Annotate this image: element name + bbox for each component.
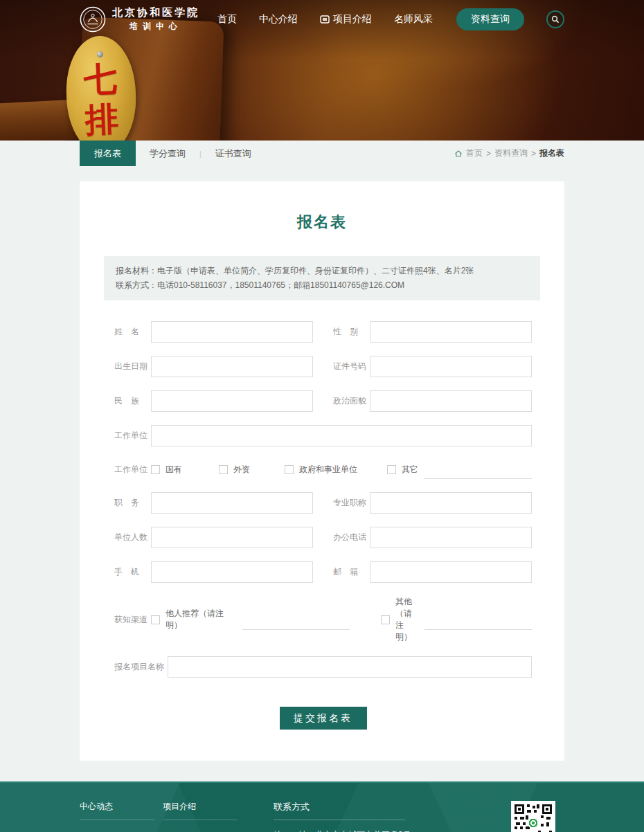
crumb-materials[interactable]: 资料查询 (494, 147, 528, 159)
tab-credit-query[interactable]: 学分查询 (136, 141, 199, 166)
nav-item-teachers[interactable]: 名师风采 (394, 13, 433, 26)
nav-menu: 首页 中心介绍 项目介绍 名师风采 资料查询 (217, 8, 564, 30)
notice-contact: 联系方式：电话010-58116037，18501140765；邮箱185011… (116, 279, 528, 292)
nav-item-label: 名师风采 (394, 13, 433, 26)
tab-certificate-query[interactable]: 证书查询 (202, 141, 265, 166)
unit-type-foreign-checkbox[interactable] (219, 465, 228, 474)
position-input[interactable] (151, 492, 313, 514)
work-unit-input[interactable] (151, 425, 532, 446)
channel-other-checkbox[interactable] (381, 615, 390, 624)
brand-text: 北京协和医学院 培训中心 (112, 6, 199, 33)
page-background: 报名表 报名材料：电子版（申请表、单位简介、学历复印件、身份证复印件）、二寸证件… (0, 166, 644, 781)
professional-title-input[interactable] (370, 492, 532, 514)
footer-contact: 联系方式 地 址：北京市东城区东单三条9号 办 公 室：010-65105832… (274, 801, 481, 832)
brand-subname: 培训中心 (112, 21, 199, 33)
referral-channel-row: 获知渠道 他人推荐（请注明） 其他（请注明） (114, 596, 532, 643)
crumb-home[interactable]: 首页 (466, 147, 483, 159)
footer-qr: 培训中心官方公众号 (502, 801, 564, 832)
project-name-input[interactable] (168, 656, 532, 678)
channel-referral-checkbox[interactable] (151, 615, 160, 624)
political-status-input[interactable] (370, 390, 532, 412)
tab-registration-form[interactable]: 报名表 (80, 141, 136, 166)
notice-materials: 报名材料：电子版（申请表、单位简介、学历复印件、身份证复印件）、二寸证件照4张、… (116, 264, 528, 278)
crumb-sep: > (486, 149, 491, 159)
nav-item-label: 首页 (217, 13, 237, 26)
cursor-icon (320, 15, 330, 24)
registration-form: 姓 名 性 别 出生日期 证件号码 民 族 政治面貌 工作单位 (80, 321, 564, 730)
gender-label: 性 别 (333, 326, 366, 338)
top-navigation: 北京协和医学院 培训中心 首页 中心介绍 项目介绍 名师风采 资料查询 (0, 0, 644, 33)
office-phone-input[interactable] (370, 527, 532, 548)
contact-heading: 联系方式 (274, 801, 405, 820)
submit-button[interactable]: 提交报名表 (280, 707, 367, 730)
unit-type-option-label: 其它 (402, 464, 418, 476)
channel-other-input[interactable] (424, 617, 532, 630)
unit-type-government-checkbox[interactable] (285, 465, 294, 474)
crumb-sep: > (531, 149, 536, 159)
nav-item-projects[interactable]: 项目介绍 (320, 13, 372, 26)
search-icon (551, 15, 560, 24)
political-status-label: 政治面貌 (333, 395, 366, 407)
channel-option-label: 其他（请注明） (395, 596, 419, 643)
plaque-nail (96, 51, 102, 57)
logo[interactable]: 北京协和医学院 培训中心 (80, 6, 199, 33)
form-card: 报名表 报名材料：电子版（申请表、单位简介、学历复印件、身份证复印件）、二寸证件… (80, 181, 564, 761)
nav-cta-materials-button[interactable]: 资料查询 (456, 8, 524, 30)
home-icon (454, 150, 463, 158)
unit-type-other-checkbox[interactable] (387, 465, 396, 474)
footer: 中心动态 名师风采 远程医学继续教育 项目介绍 资料查询 联系方式 地 址：北京… (0, 781, 644, 832)
footer-link-projects[interactable]: 项目介绍 (163, 801, 238, 820)
search-button[interactable] (546, 10, 564, 28)
contact-address: 地 址：北京市东城区东单三条9号 (274, 827, 481, 832)
unit-type-label: 工作单位 (114, 464, 147, 476)
plaque-char-seven: 七 (83, 58, 118, 100)
unit-type-option-label: 政府和事业单位 (299, 464, 357, 476)
unit-size-input[interactable] (151, 527, 313, 548)
crumb-current: 报名表 (539, 147, 564, 159)
unit-type-option-label: 外资 (233, 464, 250, 476)
footer-main: 中心动态 名师风采 远程医学继续教育 项目介绍 资料查询 联系方式 地 址：北京… (0, 783, 644, 832)
ethnicity-input[interactable] (151, 390, 313, 412)
id-number-input[interactable] (370, 356, 532, 377)
unit-type-other-input[interactable] (424, 467, 532, 479)
channel-label: 获知渠道 (114, 614, 147, 626)
footer-link-center-news[interactable]: 中心动态 (80, 801, 154, 820)
footer-links-col2: 项目介绍 资料查询 (163, 801, 246, 832)
hero-banner: 七 排 北京协和医学院 培训中心 首页 中心介绍 (0, 0, 644, 141)
mobile-input[interactable] (151, 561, 313, 583)
name-label: 姓 名 (114, 326, 147, 338)
nav-item-home[interactable]: 首页 (217, 13, 237, 26)
mobile-label: 手 机 (114, 566, 147, 578)
unit-type-state-owned-checkbox[interactable] (151, 465, 160, 474)
unit-size-label: 单位人数 (114, 532, 147, 543)
birthdate-label: 出生日期 (114, 361, 147, 372)
email-input[interactable] (370, 561, 532, 583)
professional-title-label: 专业职称 (333, 497, 366, 509)
email-label: 邮 箱 (333, 566, 366, 578)
unit-type-row: 工作单位 国有 外资 政府和事业单位 其它 (114, 460, 532, 479)
name-input[interactable] (151, 321, 313, 343)
logo-emblem-icon (80, 6, 106, 33)
birthdate-input[interactable] (151, 356, 313, 377)
sub-nav-tabbar: 报名表 学分查询 | 证书查询 首页 > 资料查询 > 报名表 (0, 141, 644, 166)
channel-option-label: 他人推荐（请注明） (166, 608, 237, 631)
nav-item-label: 中心介绍 (259, 13, 298, 26)
breadcrumb: 首页 > 资料查询 > 报名表 (454, 147, 564, 159)
id-number-label: 证件号码 (333, 361, 366, 372)
notice-box: 报名材料：电子版（申请表、单位简介、学历复印件、身份证复印件）、二寸证件照4张、… (104, 256, 540, 300)
qr-code-image (513, 803, 553, 832)
brand-name: 北京协和医学院 (112, 6, 199, 19)
project-name-label: 报名项目名称 (114, 661, 164, 673)
footer-links-col1: 中心动态 名师风采 远程医学继续教育 (80, 801, 163, 832)
nav-item-center-intro[interactable]: 中心介绍 (259, 13, 298, 26)
page-title: 报名表 (80, 181, 564, 256)
gender-input[interactable] (370, 321, 532, 343)
position-label: 职 务 (114, 497, 147, 509)
plaque-char-row: 排 (84, 98, 119, 140)
nav-item-label: 项目介绍 (333, 13, 372, 26)
qr-code (511, 801, 555, 832)
ethnicity-label: 民 族 (114, 395, 147, 407)
work-unit-label: 工作单位 (114, 430, 147, 442)
office-phone-label: 办公电话 (333, 532, 366, 543)
channel-referral-input[interactable] (242, 617, 350, 630)
